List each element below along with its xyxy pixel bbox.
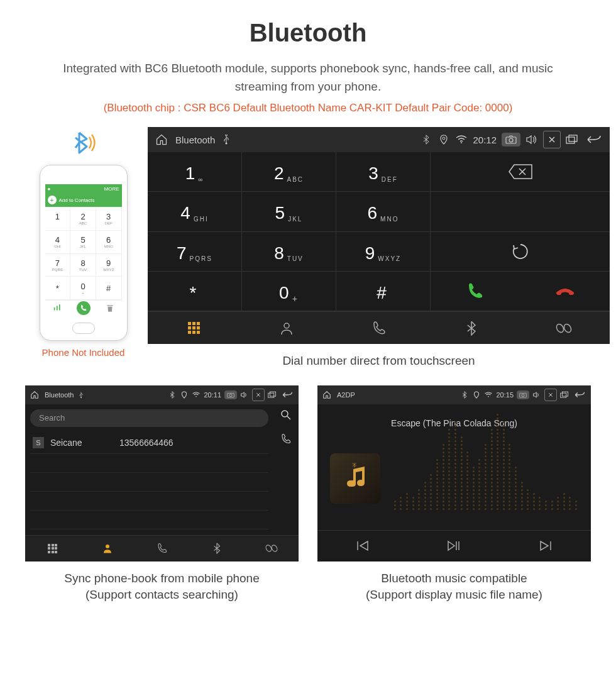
screenshot-icon[interactable] <box>224 390 237 399</box>
recent-apps-icon[interactable] <box>566 133 578 146</box>
search-input[interactable]: Search <box>30 409 268 427</box>
key-star[interactable]: * <box>148 272 242 311</box>
nav-recents[interactable] <box>333 312 425 344</box>
svg-point-7 <box>509 138 513 142</box>
back-icon[interactable] <box>280 390 294 399</box>
album-art-icon <box>330 453 380 504</box>
key-5[interactable]: 5JKL <box>242 192 336 231</box>
nav-contacts[interactable] <box>240 312 333 344</box>
close-app-icon[interactable] <box>544 389 557 401</box>
key-6[interactable]: 6MNO <box>336 192 431 231</box>
key-4[interactable]: 4GHI <box>148 192 242 231</box>
hangup-button[interactable] <box>520 272 610 311</box>
bluetooth-status-icon <box>420 133 432 146</box>
screenshot-icon[interactable] <box>502 133 520 147</box>
svg-rect-27 <box>563 392 568 396</box>
volume-icon[interactable] <box>532 390 541 399</box>
nav-bluetooth[interactable] <box>425 312 517 344</box>
home-icon[interactable] <box>155 133 168 146</box>
svg-point-4 <box>443 137 445 140</box>
prev-button[interactable] <box>356 540 369 551</box>
svg-rect-26 <box>561 393 566 397</box>
svg-point-23 <box>488 396 490 397</box>
contact-row[interactable]: S Seicane 13566664466 <box>30 432 268 454</box>
svg-point-25 <box>522 394 524 396</box>
nav-keypad[interactable] <box>148 312 240 344</box>
nav-recents[interactable] <box>135 536 189 562</box>
contact-number: 13566664466 <box>119 438 173 448</box>
next-button[interactable] <box>539 540 552 551</box>
play-pause-button[interactable] <box>447 540 461 551</box>
svg-point-3 <box>226 143 228 145</box>
search-placeholder: Search <box>39 413 65 423</box>
wifi-icon <box>455 133 468 146</box>
phonebook-caption: Sync phone-book from mobile phone (Suppo… <box>25 570 299 604</box>
svg-point-12 <box>563 323 572 333</box>
svg-rect-1 <box>56 306 57 310</box>
phone-caption: Phone Not Included <box>35 347 132 358</box>
back-icon[interactable] <box>583 133 602 146</box>
svg-rect-8 <box>566 137 575 143</box>
svg-rect-0 <box>53 307 55 310</box>
svg-point-13 <box>80 397 82 398</box>
close-app-icon[interactable] <box>252 389 265 401</box>
key-7[interactable]: 7PQRS <box>148 232 242 272</box>
nav-pair[interactable] <box>517 312 610 344</box>
backspace-button[interactable] <box>431 152 610 192</box>
call-icon[interactable] <box>280 433 292 445</box>
back-icon[interactable] <box>572 390 586 399</box>
key-0[interactable]: 0+ <box>242 272 336 311</box>
status-bar: A2DP 20:15 <box>317 385 591 404</box>
status-title: Bluetooth <box>175 135 215 145</box>
home-icon[interactable] <box>322 390 331 399</box>
key-2[interactable]: 2ABC <box>242 152 336 192</box>
svg-point-16 <box>229 394 232 396</box>
wifi-icon <box>484 390 493 399</box>
svg-rect-17 <box>268 393 274 397</box>
status-title: A2DP <box>337 391 355 399</box>
svg-point-19 <box>282 411 288 417</box>
usb-icon <box>220 133 233 146</box>
music-screen: A2DP 20:15 Escape (The Pina Colada Song) <box>317 385 591 562</box>
usb-icon <box>77 390 85 399</box>
search-icon[interactable] <box>280 409 292 421</box>
svg-point-22 <box>270 545 277 553</box>
music-caption: Bluetooth music compatible (Support disp… <box>317 570 591 604</box>
svg-point-20 <box>106 545 109 548</box>
redial-button[interactable] <box>431 232 610 272</box>
contact-list[interactable]: S Seicane 13566664466 <box>25 432 273 535</box>
nav-pair[interactable] <box>244 536 299 562</box>
keypad: 1∞ 2ABC 3DEF 4GHI 5JKL 6MNO 7PQRS 8TUV 9… <box>148 152 431 311</box>
location-icon <box>472 390 481 399</box>
nav-bluetooth[interactable] <box>189 536 244 562</box>
contact-badge: S <box>33 437 44 448</box>
screenshot-icon[interactable] <box>517 390 529 399</box>
svg-point-5 <box>461 142 462 143</box>
phone-hero: ●MORE + Add to Contacts 1 2ABC3DEF 4GHI5… <box>35 127 132 358</box>
volume-icon[interactable] <box>240 390 249 399</box>
visualizer <box>317 441 591 516</box>
status-title: Bluetooth <box>45 391 74 399</box>
bluetooth-signal-icon <box>68 127 99 158</box>
key-1[interactable]: 1∞ <box>148 152 242 192</box>
bluetooth-status-icon <box>460 390 469 399</box>
nav-contacts[interactable] <box>80 536 135 562</box>
svg-rect-2 <box>58 304 60 310</box>
svg-point-10 <box>284 323 289 328</box>
home-icon[interactable] <box>30 390 39 399</box>
nav-keypad[interactable] <box>25 536 80 562</box>
key-hash[interactable]: # <box>336 272 431 311</box>
key-3[interactable]: 3DEF <box>336 152 431 192</box>
volume-icon[interactable] <box>525 133 538 146</box>
location-icon <box>437 133 450 146</box>
phone-more-label: MORE <box>104 186 119 192</box>
key-8[interactable]: 8TUV <box>242 232 336 272</box>
close-app-icon[interactable] <box>543 131 561 148</box>
page-title: Bluetooth <box>13 19 603 47</box>
svg-point-11 <box>556 323 565 333</box>
status-time: 20:12 <box>473 135 497 145</box>
recent-apps-icon[interactable] <box>560 390 569 399</box>
recent-apps-icon[interactable] <box>268 390 277 399</box>
call-button[interactable] <box>431 272 520 311</box>
key-9[interactable]: 9WXYZ <box>336 232 431 272</box>
